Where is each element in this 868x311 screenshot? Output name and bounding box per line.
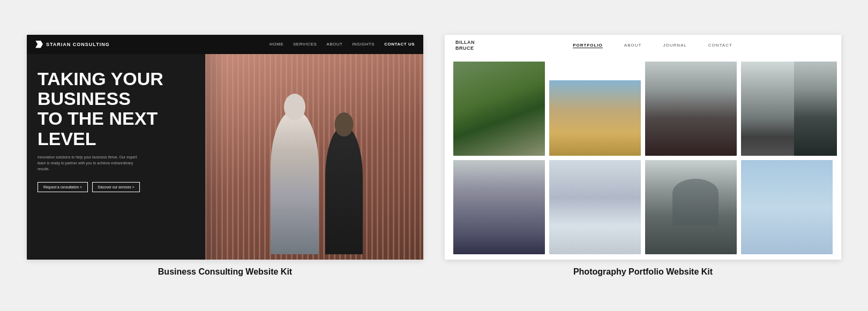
bc-nav-about[interactable]: ABOUT: [326, 42, 342, 47]
pp-photo-4: [741, 62, 833, 156]
business-kit-label: Business Consulting Website Kit: [158, 267, 292, 277]
bc-nav-insights[interactable]: INSIGHTS: [352, 42, 375, 47]
pp-nav-contact[interactable]: CONTACT: [708, 43, 732, 48]
bc-navbar: STARIAN CONSULTING HOME SERVICES ABOUT I…: [27, 35, 423, 54]
photography-preview: BILLAN BRUCE PORTFOLIO ABOUT JOURNAL CON…: [445, 35, 841, 260]
pp-navbar: BILLAN BRUCE PORTFOLIO ABOUT JOURNAL CON…: [445, 35, 841, 56]
bc-buttons: Request a consultation > Discover our se…: [38, 182, 234, 192]
pp-nav-journal[interactable]: JOURNAL: [663, 43, 686, 48]
bc-nav-links: HOME SERVICES ABOUT INSIGHTS CONTACT US: [270, 42, 415, 47]
bc-nav-contact[interactable]: CONTACT US: [384, 42, 415, 47]
bc-person2: [325, 126, 363, 254]
pp-photo-3: [645, 62, 737, 156]
bc-logo-icon: [35, 41, 43, 48]
bc-hero-text: TAKING YOUR BUSINESS TO THE NEXT LEVEL I…: [27, 54, 245, 260]
bc-logo-text: STARIAN CONSULTING: [46, 42, 110, 47]
photography-kit-label: Photography Portfolio Website Kit: [573, 267, 713, 277]
gallery-container: STARIAN CONSULTING HOME SERVICES ABOUT I…: [21, 35, 847, 277]
pp-logo: BILLAN BRUCE: [455, 40, 475, 51]
business-preview: STARIAN CONSULTING HOME SERVICES ABOUT I…: [27, 35, 423, 260]
pp-photo-grid: [445, 56, 841, 260]
bc-nav-services[interactable]: SERVICES: [293, 42, 317, 47]
pp-nav-about[interactable]: ABOUT: [624, 43, 642, 48]
bc-headline: TAKING YOUR BUSINESS TO THE NEXT LEVEL: [38, 69, 234, 149]
pp-nav-links: PORTFOLIO ABOUT JOURNAL CONTACT: [475, 43, 830, 48]
bc-hero: TAKING YOUR BUSINESS TO THE NEXT LEVEL I…: [27, 54, 423, 260]
pp-nav-portfolio[interactable]: PORTFOLIO: [573, 43, 603, 48]
pp-photo-2: [549, 80, 641, 156]
bc-subtext: Innovative solutions to help your busine…: [38, 154, 145, 172]
bc-btn-consultation[interactable]: Request a consultation >: [38, 182, 88, 192]
kit-card-photography: BILLAN BRUCE PORTFOLIO ABOUT JOURNAL CON…: [445, 35, 841, 277]
pp-photo-6: [549, 160, 641, 254]
bc-nav-home[interactable]: HOME: [270, 42, 283, 47]
pp-photo-1: [453, 62, 545, 156]
pp-photo-8: [741, 160, 833, 254]
bc-person1: [271, 110, 319, 254]
kit-card-business: STARIAN CONSULTING HOME SERVICES ABOUT I…: [27, 35, 423, 277]
bc-logo: STARIAN CONSULTING: [35, 41, 110, 48]
bc-btn-services[interactable]: Discover our services >: [92, 182, 140, 192]
pp-photo-5: [453, 160, 545, 254]
pp-photo-7: [645, 160, 737, 254]
